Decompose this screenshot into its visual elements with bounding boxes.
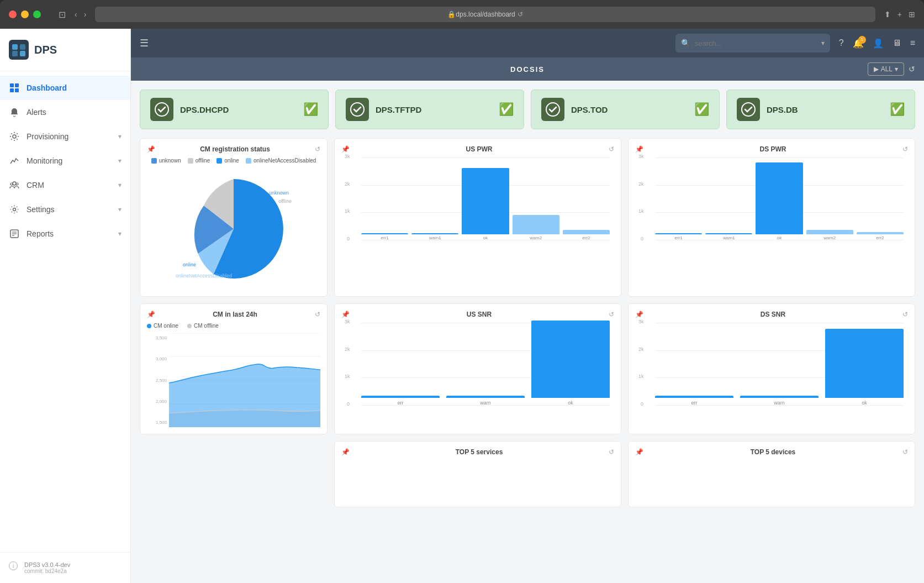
sidebar-item-label-reports: Reports [27,229,112,238]
nav-list: Dashboard Alerts [0,71,130,552]
top5-devices-card: 📌 TOP 5 devices ↺ [628,441,915,507]
minimize-button[interactable] [21,10,29,18]
db-icon [737,98,760,121]
refresh-dspwr-icon[interactable]: ↺ [902,145,908,153]
tftpd-icon [346,98,369,121]
pin-icon-dssnr[interactable]: 📌 [635,311,643,318]
pin-icon-cm24h[interactable]: 📌 [147,311,155,318]
svg-rect-1 [12,44,18,50]
legend-label-online: online [224,157,239,164]
top5-services-title: TOP 5 services [350,448,609,456]
pin-icon[interactable]: 📌 [147,145,155,153]
refresh-cm24h-icon[interactable]: ↺ [315,311,320,318]
chevron-down-icon-4: ▾ [118,206,122,213]
legend-unknown: unknown [151,157,181,164]
dashboard-body: DPS.DHCPD ✅ DPS.TFTPD ✅ DPS.TOD ✅ [131,81,924,583]
sidebar-item-dashboard[interactable]: Dashboard [0,76,130,100]
refresh-icon[interactable]: ↺ [909,65,915,73]
ds-snr-header: 📌 DS SNR ↺ [635,311,908,318]
chevron-down-icon: ▾ [118,133,122,140]
new-tab-icon[interactable]: + [897,10,902,19]
sidebar-item-settings[interactable]: Settings ▾ [0,197,130,222]
sidebar-item-monitoring[interactable]: Monitoring ▾ [0,149,130,173]
sidebar-item-crm[interactable]: CRM ▾ [0,173,130,197]
chevron-icon: ▾ [895,65,898,73]
ds-bar-ok: ok [756,162,802,240]
sidebar-item-reports[interactable]: Reports ▾ [0,222,130,246]
version-commit: commit: bd24e2a [24,568,70,574]
svg-point-10 [13,182,16,185]
status-card-tftpd: DPS.TFTPD ✅ [335,90,524,129]
ussnr-bar-err: err [361,396,440,406]
help-icon[interactable]: ? [839,38,844,48]
legend-dot-online [217,158,222,164]
windows-icon[interactable]: ⊞ [909,10,915,19]
sidebar-item-alerts[interactable]: Alerts [0,100,130,124]
svg-rect-0 [9,40,29,60]
dps-logo-icon [9,40,29,60]
chevron-down-icon-3: ▾ [118,181,122,189]
pie-label-unknown: unknown [269,190,289,196]
line-chart-svg [169,333,320,427]
dot-cm-online [147,324,151,328]
window-chrome: ⊡ ‹ › 🔒 dps.local/dashboard ↺ ⬆ + ⊞ [0,0,924,29]
url-display: dps.local/dashboard [456,10,515,18]
sidebar-item-provisioning[interactable]: Provisioning ▾ [0,124,130,149]
us-pwr-title: US PWR [350,145,609,153]
us-pwr-chart: 📌 US PWR ↺ 3k 2k 1k 0 [334,138,621,297]
crm-icon [9,180,20,191]
legend-dot-onlinedisabled [246,158,251,164]
refresh-top5svc-icon[interactable]: ↺ [609,448,614,456]
refresh-cm-icon[interactable]: ↺ [315,145,320,153]
service-name-dhcpd: DPS.DHCPD [180,105,297,114]
us-snr-header: 📌 US SNR ↺ [341,311,614,318]
legend-cm-offline: CM offline [187,323,219,329]
cm-registration-chart: 📌 CM registration status ↺ unknown [140,138,328,297]
pin-icon-ussnr[interactable]: 📌 [341,311,350,318]
menu-icon[interactable]: ≡ [910,38,915,48]
pin-icon-top5dev[interactable]: 📌 [635,448,643,456]
ds-bar-err1: err1 [655,233,702,240]
ds-pwr-title: DS PWR [643,145,902,153]
refresh-top5dev-icon[interactable]: ↺ [902,448,908,456]
hamburger-icon[interactable]: ☰ [140,37,149,49]
user-icon[interactable]: 👤 [873,38,884,49]
bar-group: err1 warn1 ok [361,157,610,240]
close-button[interactable] [9,10,17,18]
refresh-ussnr-icon[interactable]: ↺ [609,311,614,318]
maximize-button[interactable] [33,10,41,18]
all-button[interactable]: ▶ ALL ▾ [868,62,904,76]
pin-icon-top5svc[interactable]: 📌 [341,448,350,456]
version-text: DPS3 v3.0.4-dev [24,561,70,568]
screen-icon[interactable]: 🖥 [893,38,901,48]
refresh-uspwr-icon[interactable]: ↺ [609,145,614,153]
share-icon[interactable]: ⬆ [884,10,891,19]
search-icon: 🔍 [681,39,690,48]
pie-chart-container: unknown offline online [147,157,320,290]
label-cm-online: CM online [154,323,178,329]
refresh-dssnr-icon[interactable]: ↺ [902,311,908,318]
forward-icon[interactable]: › [84,10,87,19]
search-dropdown-icon[interactable]: ▾ [821,39,825,47]
legend-label-unknown: unknown [159,157,181,164]
svg-point-13 [13,208,16,211]
pin-icon-dspwr[interactable]: 📌 [635,145,643,153]
reload-page-icon[interactable]: ↺ [518,10,523,18]
bar-ok: ok [462,168,509,240]
info-icon: i [9,561,18,570]
svg-point-9 [13,135,16,138]
pin-icon-uspwr[interactable]: 📌 [341,145,350,153]
pie-legend: unknown offline online [151,157,316,164]
tod-icon [541,98,564,121]
back-icon[interactable]: ‹ [75,10,77,19]
notification-icon[interactable]: 🔔 1 [853,38,864,49]
svg-point-18 [155,103,168,116]
us-snr-title: US SNR [350,311,609,318]
main-content: ☰ 🔍 ▾ ? 🔔 1 👤 🖥 ≡ DOCSIS [131,29,924,583]
sidebar-toggle-icon[interactable]: ⊡ [59,9,66,20]
search-input[interactable] [695,39,817,48]
ds-bar-group: err1 warn1 ok [655,157,904,240]
ds-snr-area: 3k 2k 1k 0 err warn [635,323,908,417]
notification-badge: 1 [858,36,866,44]
address-bar[interactable]: 🔒 dps.local/dashboard ↺ [95,7,875,22]
